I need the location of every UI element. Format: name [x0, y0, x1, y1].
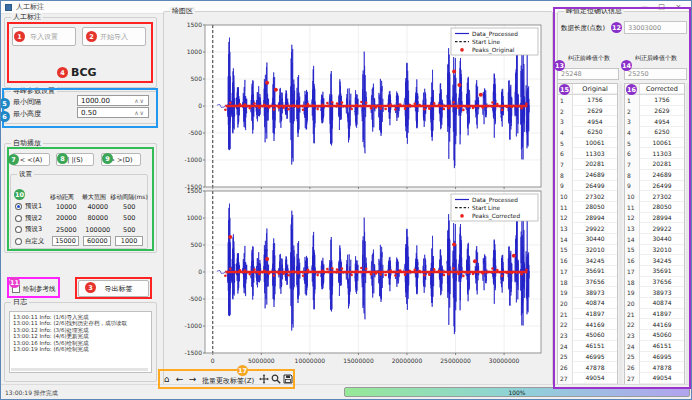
radio-button[interactable] [15, 215, 22, 222]
table-row[interactable]: 2040874 [625, 298, 684, 309]
table-row[interactable]: 1634245 [558, 255, 617, 266]
preset-input[interactable]: 1000 [115, 236, 143, 246]
table-row[interactable]: 1430440 [625, 234, 684, 245]
table-row[interactable]: 1128050 [558, 202, 617, 213]
table-row[interactable]: 2141897 [625, 309, 684, 320]
table-row[interactable]: 1735691 [625, 266, 684, 277]
table-row[interactable]: 2749054 [625, 373, 684, 384]
svg-text:15000000: 15000000 [343, 357, 374, 364]
ref-line-label: 绘制参考线 [23, 285, 56, 294]
min-interval-spinbox[interactable]: 1000.00 ∧∨ [77, 95, 149, 106]
preset-input[interactable]: 15000 [52, 236, 80, 246]
min-interval-label: 最小间隔 [13, 97, 41, 107]
preset-row[interactable]: 预设325000100000500 [13, 224, 145, 236]
table-row[interactable]: 720281 [625, 159, 684, 170]
svg-text:Start Line: Start Line [472, 205, 501, 211]
log-scrollbar[interactable] [11, 368, 148, 371]
callout-badge-1: 1 [14, 31, 25, 42]
preset-row[interactable]: 自定义15000600001000 [13, 236, 145, 248]
svg-text:Peaks_Original: Peaks_Original [472, 47, 515, 54]
table-row[interactable]: 1837656 [625, 277, 684, 288]
table-row[interactable]: 11756 [625, 95, 684, 106]
min-height-spinbox[interactable]: 0.50 ∧∨ [77, 107, 149, 118]
preset-row[interactable]: 预设11000040000500 [13, 201, 145, 213]
table-row[interactable]: 1735691 [558, 266, 617, 277]
table-row[interactable]: 1938973 [625, 287, 684, 298]
table-row[interactable]: 2345060 [625, 330, 684, 341]
svg-text:10000000: 10000000 [295, 357, 326, 364]
table-row[interactable]: 2546995 [558, 352, 617, 363]
table-row[interactable]: 1128050 [625, 202, 684, 213]
table-row[interactable]: 11756 [558, 95, 617, 106]
table-row[interactable]: 1532010 [625, 245, 684, 256]
table-row[interactable]: 2647878 [558, 362, 617, 373]
table-row[interactable]: 1532010 [558, 245, 617, 256]
callout-badge-17: 17 [237, 365, 248, 376]
table-row[interactable]: 1027302 [558, 191, 617, 202]
table-row[interactable]: 1329922 [558, 223, 617, 234]
data-length-field[interactable]: 33003000 [624, 21, 687, 34]
preset-label: 预设1 [25, 202, 51, 211]
svg-text:1000: 1000 [187, 214, 202, 221]
table-row[interactable]: 22629 [558, 106, 617, 117]
table-row[interactable]: 1228994 [558, 213, 617, 224]
table-row[interactable]: 2446151 [625, 341, 684, 352]
after-count-value: 25250 [628, 70, 649, 78]
table-row[interactable]: 2345060 [558, 330, 617, 341]
table-row[interactable]: 720281 [558, 159, 617, 170]
svg-text:25000000: 25000000 [440, 357, 471, 364]
after-count-label: 纠正后峰值个数 [635, 54, 677, 63]
spinner-arrows-icon[interactable]: ∧∨ [134, 109, 145, 116]
spinner-arrows-icon[interactable]: ∧∨ [134, 97, 145, 104]
callout-badge-4: 4 [57, 67, 68, 78]
table-row[interactable]: 34954 [558, 116, 617, 127]
corrected-table-scrollbar[interactable] [686, 83, 689, 384]
radio-button[interactable] [15, 226, 22, 233]
table-row[interactable]: 926499 [625, 181, 684, 192]
table-row[interactable]: 1228994 [625, 213, 684, 224]
table-row[interactable]: 22629 [625, 106, 684, 117]
table-row[interactable]: 2244169 [625, 319, 684, 330]
radio-button[interactable] [15, 238, 22, 245]
table-row[interactable]: 510061 [625, 138, 684, 149]
table-row[interactable]: 1634245 [625, 255, 684, 266]
log-list[interactable]: 13:00:11 Info: (1/6)导入完成13:00:11 Info: (… [9, 311, 152, 373]
callout-badge-3: 3 [85, 282, 96, 293]
table-row[interactable]: 2244169 [558, 319, 617, 330]
after-count-field[interactable]: 25250 [624, 68, 687, 80]
before-count-field[interactable]: 25248 [557, 68, 619, 80]
table-row[interactable]: 1430440 [558, 234, 617, 245]
radio-button[interactable] [15, 203, 22, 210]
table-row[interactable]: 510061 [558, 138, 617, 149]
table-row[interactable]: 611303 [625, 148, 684, 159]
svg-text:-1000: -1000 [185, 322, 203, 329]
preset-input[interactable]: 60000 [83, 236, 111, 246]
table-row[interactable]: 46250 [558, 127, 617, 138]
corrected-peaks-table[interactable]: Corrected 117562262934954462505100616113… [624, 83, 685, 384]
table-row[interactable]: 2141897 [558, 309, 617, 320]
table-row[interactable]: 824689 [558, 170, 617, 181]
table-row[interactable]: 2647878 [625, 362, 684, 373]
table-row[interactable]: 2040874 [558, 298, 617, 309]
table-row[interactable]: 2546995 [625, 352, 684, 363]
table-row[interactable]: 824689 [625, 170, 684, 181]
svg-text:-500: -500 [188, 295, 202, 302]
table-row[interactable]: 926499 [558, 181, 617, 192]
original-peaks-table[interactable]: Original 1175622629349544625051006161130… [557, 83, 618, 384]
plot-canvas[interactable]: -1500-1000-500050010001500Data_Processed… [167, 17, 549, 367]
table-row[interactable]: 1837656 [558, 277, 617, 288]
table-row[interactable]: 1329922 [625, 223, 684, 234]
table-row[interactable]: 46250 [625, 127, 684, 138]
table-row[interactable]: 34954 [625, 116, 684, 127]
original-table-scrollbar[interactable] [619, 83, 622, 384]
table-row[interactable]: 2446151 [558, 341, 617, 352]
table-row[interactable]: 1938973 [558, 287, 617, 298]
preset-value: 500 [114, 203, 146, 211]
plot-group-title: 绘图区 [170, 7, 195, 16]
svg-text:1500: 1500 [187, 21, 202, 28]
svg-text:1500: 1500 [187, 187, 202, 194]
table-row[interactable]: 611303 [558, 148, 617, 159]
table-row[interactable]: 2749054 [558, 373, 617, 384]
preset-row[interactable]: 预设22000080000500 [13, 213, 145, 225]
table-row[interactable]: 1027302 [625, 191, 684, 202]
